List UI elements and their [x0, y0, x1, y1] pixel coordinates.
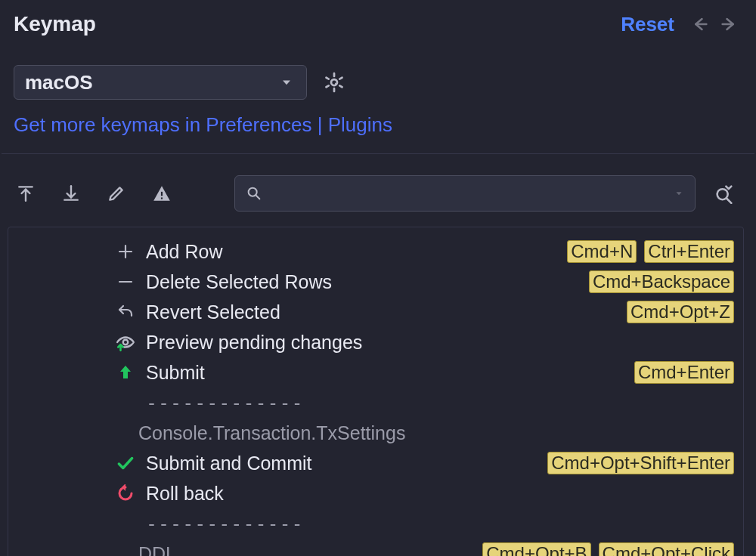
shortcut-badge: Cmd+Opt+Click	[599, 542, 734, 556]
chevron-down-icon	[279, 75, 294, 90]
action-row[interactable]: SubmitCmd+Enter	[11, 357, 740, 388]
check-icon	[114, 452, 137, 474]
find-by-shortcut-icon[interactable]	[712, 181, 736, 205]
svg-rect-1	[161, 192, 163, 196]
get-more-keymaps-link[interactable]: Get more keymaps in Preferences | Plugin…	[0, 113, 756, 153]
action-row[interactable]: DDLCmd+Opt+BCmd+Opt+Click	[11, 539, 740, 556]
action-row[interactable]: Roll back	[11, 478, 740, 508]
warning-icon[interactable]	[150, 181, 174, 205]
svg-point-4	[717, 189, 728, 199]
separator-row: -------------	[11, 388, 740, 418]
action-label: Roll back	[146, 483, 224, 505]
toolbar	[0, 154, 756, 221]
action-row[interactable]: Add RowCmd+NCtrl+Enter	[11, 236, 740, 267]
action-row[interactable]: Submit and CommitCmd+Opt+Shift+Enter	[11, 448, 740, 478]
header: Keymap Reset	[0, 0, 756, 42]
shortcuts: Cmd+Opt+Shift+Enter	[547, 452, 734, 474]
action-label: Submit	[146, 362, 205, 384]
action-label: Preview pending changes	[146, 332, 362, 354]
separator-label: -------------	[146, 392, 304, 414]
action-label: DDL	[138, 543, 176, 557]
shortcut-badge: Cmd+Opt+Shift+Enter	[547, 452, 734, 474]
header-actions: Reset	[621, 13, 741, 36]
reset-button[interactable]: Reset	[621, 13, 674, 36]
svg-point-3	[249, 188, 257, 196]
keymap-selector-row: macOS	[0, 42, 756, 113]
action-label: Add Row	[146, 241, 222, 263]
separator-label: -------------	[146, 513, 304, 535]
action-label: Console.Transaction.TxSettings	[138, 422, 405, 444]
action-row[interactable]: Console.Transaction.TxSettings	[11, 418, 740, 448]
collapse-all-icon[interactable]	[59, 181, 83, 205]
action-row[interactable]: Revert SelectedCmd+Opt+Z	[11, 297, 740, 327]
up-g-icon	[114, 361, 137, 384]
plus-icon	[114, 240, 137, 263]
shortcut-badge: Cmd+Opt+B	[482, 542, 590, 556]
actions-panel: Add RowCmd+NCtrl+EnterDelete Selected Ro…	[8, 227, 744, 556]
shortcut-badge: Cmd+Enter	[634, 361, 734, 384]
search-icon	[246, 185, 262, 202]
chevron-down-icon[interactable]	[674, 188, 684, 199]
shortcuts: Cmd+Opt+BCmd+Opt+Click	[482, 542, 734, 556]
separator-row: -------------	[11, 508, 740, 539]
forward-icon[interactable]	[718, 13, 741, 36]
shortcuts: Cmd+Opt+Z	[627, 301, 734, 323]
svg-point-5	[123, 340, 129, 345]
minus-icon	[114, 270, 137, 293]
page-title: Keymap	[14, 12, 96, 36]
expand-all-icon[interactable]	[14, 181, 38, 205]
keymap-select-value: macOS	[25, 71, 93, 94]
toolbar-right	[708, 181, 741, 205]
back-icon[interactable]	[688, 13, 711, 36]
action-row[interactable]: Preview pending changes	[11, 327, 740, 357]
action-label: Revert Selected	[146, 301, 280, 323]
shortcut-badge: Ctrl+Enter	[644, 240, 734, 263]
shortcuts: Cmd+Backspace	[589, 270, 734, 293]
shortcut-badge: Cmd+Backspace	[589, 270, 734, 293]
svg-point-0	[331, 79, 337, 85]
eye-up-icon	[114, 331, 137, 354]
search-field[interactable]	[270, 182, 666, 205]
search-input[interactable]	[234, 175, 696, 212]
action-label: Delete Selected Rows	[146, 271, 332, 293]
gear-icon[interactable]	[322, 70, 346, 94]
shortcuts: Cmd+Enter	[634, 361, 734, 384]
toolbar-left	[14, 181, 174, 205]
rollback-icon	[114, 482, 137, 505]
shortcuts: Cmd+NCtrl+Enter	[567, 240, 734, 263]
nav-arrows	[688, 13, 741, 36]
action-row[interactable]: Delete Selected RowsCmd+Backspace	[11, 267, 740, 297]
keymap-select[interactable]: macOS	[14, 65, 307, 100]
undo-icon	[114, 301, 137, 323]
shortcut-badge: Cmd+Opt+Z	[627, 301, 734, 323]
shortcut-badge: Cmd+N	[567, 240, 637, 263]
edit-icon[interactable]	[104, 181, 129, 205]
svg-rect-2	[161, 197, 163, 199]
link-text: Get more keymaps in Preferences | Plugin…	[14, 113, 392, 136]
action-label: Submit and Commit	[146, 453, 312, 474]
